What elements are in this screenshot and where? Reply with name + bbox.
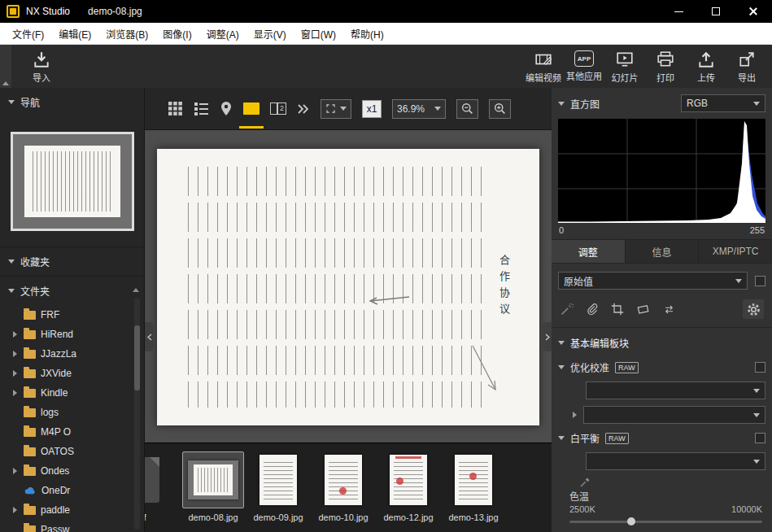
menu-adjust[interactable]: 调整(A) xyxy=(199,23,246,45)
white-balance-checkbox[interactable] xyxy=(755,433,765,443)
collapse-left-panel-handle[interactable] xyxy=(145,322,154,351)
collapse-right-panel-handle[interactable] xyxy=(543,322,552,351)
toolbar-collapse-strip[interactable] xyxy=(0,45,11,88)
tab-info[interactable]: 信息 xyxy=(626,240,700,263)
filmstrip-filename: .tif xyxy=(145,512,146,522)
preset-checkbox[interactable] xyxy=(755,276,765,286)
slider-track[interactable] xyxy=(569,521,762,523)
navigation-preview[interactable] xyxy=(0,116,144,246)
upload-button[interactable]: 上传 xyxy=(686,46,726,84)
expand-arrow-icon[interactable] xyxy=(13,390,17,396)
zoom-in-button[interactable] xyxy=(489,99,511,119)
expand-arrow-icon[interactable] xyxy=(13,507,17,513)
slideshow-button[interactable]: 幻灯片 xyxy=(604,46,645,84)
expand-arrow-icon[interactable] xyxy=(573,412,577,418)
image-viewer[interactable]: 合作协议 xyxy=(145,130,552,443)
fit-to-screen-select[interactable] xyxy=(321,99,351,119)
menu-window[interactable]: 窗口(W) xyxy=(294,23,343,45)
filmstrip-item-demo-13[interactable]: demo-13.jpg xyxy=(441,451,506,522)
slider-thumb[interactable] xyxy=(627,517,635,525)
picture-control-select[interactable] xyxy=(586,382,765,399)
list-view-button[interactable] xyxy=(194,102,209,116)
menu-file[interactable]: 文件(F) xyxy=(5,23,51,45)
grid-view-button[interactable] xyxy=(168,101,183,116)
histogram-channel-select[interactable]: RGB xyxy=(681,94,765,112)
eyedropper-brush-icon[interactable] xyxy=(579,477,591,488)
expand-arrow-icon[interactable] xyxy=(13,370,17,377)
sidebar-scrollbar[interactable] xyxy=(134,298,140,530)
filmstrip-item-tif[interactable]: .tif xyxy=(145,451,166,522)
adjustment-tools-row xyxy=(552,296,772,328)
white-balance-select[interactable] xyxy=(586,452,765,470)
swap-arrows-icon[interactable] xyxy=(662,303,676,316)
folder-item-onedrive[interactable]: OneDr xyxy=(0,481,144,500)
favorites-section-header[interactable]: 收藏夹 xyxy=(0,246,144,276)
folder-item-jxvide[interactable]: JXVide xyxy=(0,364,144,383)
selected-thumbnail-frame xyxy=(182,451,244,508)
filmstrip-item-demo-10[interactable]: demo-10.jpg xyxy=(311,451,376,522)
compare-view-button[interactable]: 2 xyxy=(270,102,286,115)
adjustment-preset-select[interactable]: 原始值 xyxy=(558,272,748,290)
other-apps-button[interactable]: APP 其他应用 xyxy=(564,46,604,84)
actual-pixels-button[interactable]: x1 xyxy=(362,100,382,118)
folders-section-header[interactable]: 文件夹 xyxy=(0,276,144,305)
picture-control-sub-select[interactable] xyxy=(583,406,765,424)
paperclip-icon[interactable] xyxy=(586,303,599,316)
sidebar-scrollbar-thumb[interactable] xyxy=(134,325,140,390)
crop-icon[interactable] xyxy=(611,303,624,316)
maximize-button[interactable] xyxy=(697,0,735,23)
white-balance-header[interactable]: 白平衡 RAW xyxy=(552,424,772,447)
expand-arrow-icon[interactable] xyxy=(13,468,17,474)
export-button[interactable]: 导出 xyxy=(726,46,767,84)
histogram-plot xyxy=(558,119,765,223)
picture-control-checkbox[interactable] xyxy=(755,362,765,373)
straighten-icon[interactable] xyxy=(636,303,650,316)
expand-arrow-icon[interactable] xyxy=(13,331,17,338)
filmstrip-item-demo-09[interactable]: demo-09.jpg xyxy=(246,451,311,522)
map-view-button[interactable] xyxy=(220,101,233,116)
filmstrip-item-demo-12[interactable]: demo-12.jpg xyxy=(376,451,441,522)
folder-item-logs[interactable]: logs xyxy=(0,403,144,422)
close-button[interactable] xyxy=(735,0,772,23)
folder-item-frf[interactable]: FRF xyxy=(0,305,144,325)
folder-item-hirend[interactable]: HiRend xyxy=(0,325,144,344)
folder-item-oatos[interactable]: OATOS xyxy=(0,442,144,461)
basic-edit-section-header[interactable]: 基本编辑板块 xyxy=(552,328,772,353)
filmstrip-filename: demo-12.jpg xyxy=(383,512,433,522)
menu-browser[interactable]: 浏览器(B) xyxy=(98,23,155,45)
temperature-slider[interactable] xyxy=(569,516,762,527)
folder-item-paddle[interactable]: paddle xyxy=(0,500,144,520)
settings-button[interactable] xyxy=(743,299,764,319)
zoom-level-select[interactable]: 36.9% xyxy=(392,99,446,119)
filmstrip-item-demo-08-selected[interactable]: demo-08.jpg xyxy=(181,451,246,522)
chevron-right-icon xyxy=(545,334,550,341)
histogram-header[interactable]: 直方图 RGB xyxy=(552,88,772,117)
print-button[interactable]: 打印 xyxy=(645,46,686,84)
folder-item-passw[interactable]: Passw xyxy=(0,520,144,532)
menu-edit[interactable]: 编辑(E) xyxy=(51,23,98,45)
chevron-down-icon xyxy=(8,100,15,104)
more-tools-button[interactable] xyxy=(297,103,310,115)
retouch-brush-icon[interactable] xyxy=(560,303,574,316)
tab-xmp-iptc[interactable]: XMP/IPTC xyxy=(699,240,772,263)
edit-video-button[interactable]: 编辑视频 xyxy=(523,46,564,84)
menu-image[interactable]: 图像(I) xyxy=(155,23,198,45)
menu-view[interactable]: 显示(V) xyxy=(246,23,294,45)
scrollbar-up-arrow[interactable] xyxy=(133,288,139,292)
minimize-button[interactable] xyxy=(660,0,697,23)
folder-item-m4p[interactable]: M4P O xyxy=(0,422,144,442)
zoom-out-button[interactable] xyxy=(456,99,478,119)
expand-arrow-icon[interactable] xyxy=(13,351,17,357)
histogram-max: 255 xyxy=(750,225,765,235)
tab-adjustments[interactable]: 调整 xyxy=(552,240,626,263)
single-image-view-button[interactable] xyxy=(243,102,260,115)
import-button[interactable]: 导入 xyxy=(21,46,62,84)
picture-control-header[interactable]: 优化校准 RAW xyxy=(552,353,772,376)
folder-item-jjazzla[interactable]: JJazzLa xyxy=(0,344,144,364)
menu-help[interactable]: 帮助(H) xyxy=(343,23,391,45)
folder-item-ondes[interactable]: Ondes xyxy=(0,461,144,481)
navigation-section-header[interactable]: 导航 xyxy=(0,88,144,116)
temperature-label: 色温 xyxy=(569,488,762,504)
import-label: 导入 xyxy=(33,71,50,84)
folder-item-kindle[interactable]: Kindle xyxy=(0,383,144,403)
